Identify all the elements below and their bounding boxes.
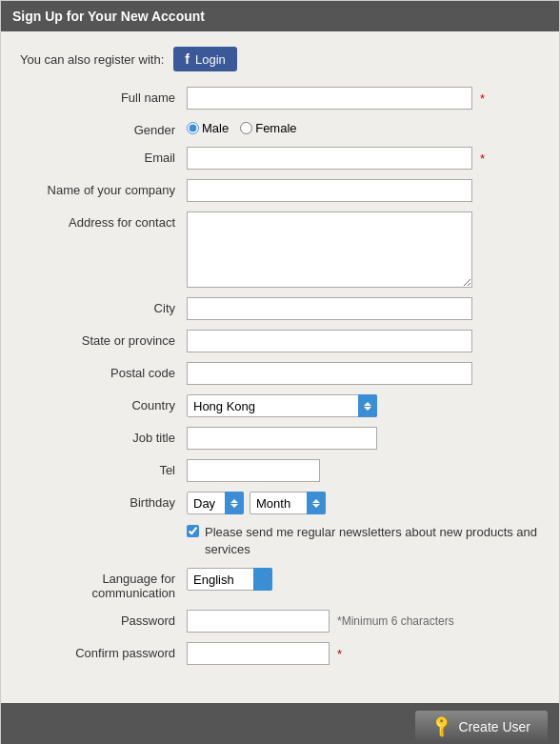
facebook-icon: f	[185, 51, 190, 67]
full-name-label: Full name	[20, 87, 187, 105]
form-footer: 🔑 Create User	[1, 703, 559, 744]
company-control	[187, 179, 540, 202]
city-input[interactable]	[187, 297, 472, 320]
birthday-inputs: Day 123 456 789 101112 131415 161718 192…	[187, 492, 326, 514]
password-label: Password	[20, 610, 187, 628]
postal-control	[187, 362, 540, 385]
language-select[interactable]: English Chinese French	[187, 568, 272, 591]
newsletter-checkbox-label[interactable]: Please send me regular newsletters about…	[187, 524, 540, 558]
gender-male-label[interactable]: Male	[187, 121, 229, 135]
gender-radio-group: Male Female	[187, 119, 297, 135]
facebook-login-label: Login	[195, 52, 226, 67]
tel-input[interactable]	[187, 459, 320, 482]
country-select-wrap: Hong Kong United States United Kingdom C…	[187, 394, 377, 417]
newsletter-control: Please send me regular newsletters about…	[187, 524, 540, 558]
password-control: *Minimum 6 characters	[187, 610, 540, 633]
full-name-control: *	[187, 87, 540, 110]
email-required: *	[480, 151, 485, 166]
country-select[interactable]: Hong Kong United States United Kingdom C…	[187, 394, 377, 417]
address-textarea[interactable]	[187, 211, 472, 288]
gender-female-label[interactable]: Female	[240, 121, 296, 135]
postal-label: Postal code	[20, 362, 187, 380]
company-row: Name of your company	[20, 179, 540, 202]
jobtitle-row: Job title	[20, 427, 540, 450]
tel-row: Tel	[20, 459, 540, 482]
password-input[interactable]	[187, 610, 330, 633]
language-row: Language for communication English Chine…	[20, 568, 540, 600]
tel-label: Tel	[20, 459, 187, 477]
birthday-label: Birthday	[20, 492, 187, 510]
full-name-input[interactable]	[187, 87, 472, 110]
email-label: Email	[20, 147, 187, 165]
country-label: Country	[20, 394, 187, 412]
email-row: Email *	[20, 147, 540, 170]
newsletter-text: Please send me regular newsletters about…	[205, 524, 540, 558]
social-login-row: You can also register with: f Login	[20, 47, 540, 71]
address-label: Address for contact	[20, 211, 187, 230]
state-control	[187, 330, 540, 352]
company-input[interactable]	[187, 179, 472, 202]
language-label: Language for communication	[20, 568, 187, 600]
newsletter-row: Please send me regular newsletters about…	[20, 524, 540, 558]
language-control: English Chinese French	[187, 568, 540, 591]
confirm-password-label: Confirm password	[20, 642, 187, 660]
newsletter-spacer	[20, 524, 187, 528]
country-control: Hong Kong United States United Kingdom C…	[187, 394, 540, 417]
form-body: You can also register with: f Login Full…	[1, 31, 559, 694]
email-control: *	[187, 147, 540, 170]
birthday-month-wrap: Month JanuaryFebruary MarchApril MayJune…	[250, 492, 326, 514]
gender-control: Male Female	[187, 119, 540, 135]
address-row: Address for contact	[20, 211, 540, 288]
page-header: Sign Up for Your New Account	[1, 1, 559, 31]
confirm-password-control: *	[187, 642, 540, 665]
password-hint: *Minimum 6 characters	[337, 614, 454, 628]
jobtitle-label: Job title	[20, 427, 187, 445]
gender-female-text: Female	[255, 121, 296, 135]
birthday-day-select[interactable]: Day 123 456 789 101112 131415 161718 192…	[187, 492, 244, 514]
state-label: State or province	[20, 330, 187, 348]
city-row: City	[20, 297, 540, 320]
country-row: Country Hong Kong United States United K…	[20, 394, 540, 417]
tel-control	[187, 459, 540, 482]
birthday-control: Day 123 456 789 101112 131415 161718 192…	[187, 492, 540, 514]
gender-row: Gender Male Female	[20, 119, 540, 137]
full-name-row: Full name *	[20, 87, 540, 110]
company-label: Name of your company	[20, 179, 187, 197]
gender-label: Gender	[20, 119, 187, 137]
page-title: Sign Up for Your New Account	[12, 9, 205, 24]
gender-male-radio[interactable]	[187, 122, 199, 134]
confirm-password-row: Confirm password *	[20, 642, 540, 665]
gender-female-radio[interactable]	[240, 122, 252, 134]
facebook-login-button[interactable]: f Login	[173, 47, 236, 71]
address-control	[187, 211, 540, 288]
postal-input[interactable]	[187, 362, 472, 385]
password-row: Password *Minimum 6 characters	[20, 610, 540, 633]
gender-male-text: Male	[202, 121, 229, 135]
state-row: State or province	[20, 330, 540, 352]
create-user-button[interactable]: 🔑 Create User	[415, 711, 548, 742]
jobtitle-input[interactable]	[187, 427, 377, 450]
social-login-label: You can also register with:	[20, 52, 164, 67]
birthday-row: Birthday Day 123 456 789 101112 131415 1…	[20, 492, 540, 514]
confirm-password-input[interactable]	[187, 642, 330, 665]
full-name-required: *	[480, 91, 485, 106]
create-user-label: Create User	[459, 719, 530, 734]
state-input[interactable]	[187, 330, 472, 352]
newsletter-checkbox[interactable]	[187, 525, 199, 537]
language-select-wrap: English Chinese French	[187, 568, 272, 591]
city-control	[187, 297, 540, 320]
confirm-password-required: *	[337, 647, 342, 661]
postal-row: Postal code	[20, 362, 540, 385]
signup-form-container: Sign Up for Your New Account You can als…	[0, 0, 560, 744]
email-input[interactable]	[187, 147, 472, 170]
birthday-day-wrap: Day 123 456 789 101112 131415 161718 192…	[187, 492, 244, 514]
jobtitle-control	[187, 427, 540, 450]
city-label: City	[20, 297, 187, 315]
key-icon: 🔑	[429, 714, 455, 740]
birthday-month-select[interactable]: Month JanuaryFebruary MarchApril MayJune…	[250, 492, 326, 514]
